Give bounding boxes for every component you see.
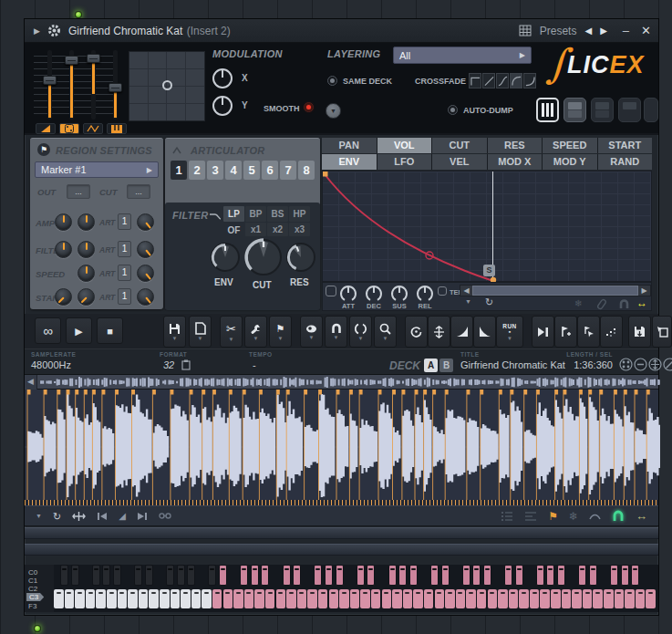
filter-mult-x2[interactable]: x2 — [267, 223, 288, 236]
piano-key[interactable] — [477, 589, 487, 608]
piano-key-black[interactable] — [536, 565, 544, 586]
minimize-icon[interactable]: – — [623, 24, 629, 37]
freeze-icon[interactable]: ❄ — [574, 298, 582, 308]
piano-key-black[interactable] — [325, 565, 333, 586]
xy-pad-handle[interactable] — [162, 80, 172, 90]
piano-key[interactable] — [107, 589, 117, 608]
piano-key[interactable] — [360, 589, 370, 608]
reslice-icon[interactable]: ↻ — [53, 511, 61, 522]
piano-key-black[interactable] — [430, 565, 439, 586]
piano-key[interactable] — [562, 589, 572, 608]
articulator-slot-8[interactable]: 8 — [298, 161, 315, 180]
envelope-reset-icon[interactable]: ↻ — [485, 296, 493, 308]
piano-key[interactable] — [254, 589, 264, 608]
sustain-badge[interactable]: S — [483, 265, 495, 276]
piano-key-black[interactable] — [388, 565, 397, 586]
decay-knob[interactable] — [364, 284, 384, 304]
filter-knob-2[interactable] — [78, 241, 95, 258]
piano-key[interactable] — [498, 589, 508, 608]
play-button[interactable]: ▶ — [66, 317, 92, 344]
piano-key[interactable] — [583, 589, 593, 608]
out-value-box[interactable]: ... — [67, 184, 90, 199]
attack-knob[interactable] — [338, 284, 358, 304]
piano-key[interactable] — [149, 589, 159, 608]
level-lane[interactable] — [25, 544, 658, 556]
run-script-button[interactable]: RUN ▪ ▼ — [496, 316, 523, 348]
piano-key[interactable] — [615, 589, 625, 608]
marker-list-icon[interactable] — [501, 511, 513, 522]
piano-key[interactable] — [118, 589, 128, 608]
piano-key[interactable] — [509, 589, 519, 608]
piano-key[interactable] — [160, 589, 170, 608]
mod-y-knob[interactable] — [211, 94, 234, 118]
gear-icon[interactable] — [47, 24, 61, 37]
piano-key-black[interactable] — [515, 565, 523, 586]
piano-key[interactable] — [540, 589, 550, 608]
snap-tool-button[interactable]: ▼ — [325, 316, 347, 348]
tab-env[interactable]: ENV — [322, 154, 377, 170]
piano-key[interactable] — [392, 589, 402, 608]
piano-key[interactable] — [75, 589, 85, 608]
overview-waveform[interactable] — [25, 375, 660, 390]
marker-tool-button[interactable]: ⚑ ▼ — [269, 316, 292, 348]
select-tool-button[interactable]: ▼ — [349, 316, 372, 348]
piano-key-black[interactable] — [60, 565, 68, 586]
piano-key[interactable] — [297, 589, 307, 608]
piano-key-black[interactable] — [441, 565, 450, 586]
piano-key-black[interactable] — [113, 565, 121, 586]
stop-button[interactable]: ■ — [97, 317, 123, 344]
wave-mode-button[interactable] — [83, 123, 103, 134]
piano-key[interactable] — [593, 589, 603, 608]
deck-a-button[interactable]: A — [424, 359, 438, 372]
piano-key[interactable] — [329, 589, 339, 608]
piano-key[interactable] — [551, 589, 561, 608]
filter-type-bs[interactable]: BS — [267, 206, 288, 222]
same-deck-radio[interactable] — [327, 76, 337, 86]
resonance-knob[interactable] — [284, 241, 317, 274]
filter-mult-x1[interactable]: x1 — [245, 223, 266, 236]
tab-start[interactable]: START — [598, 138, 653, 153]
speed-art-value[interactable]: 1 — [118, 265, 131, 281]
piano-key[interactable] — [519, 589, 529, 608]
piano-key-black[interactable] — [92, 565, 100, 586]
piano-key[interactable] — [307, 589, 317, 608]
articulator-slot-6[interactable]: 6 — [262, 161, 278, 180]
snap-start-icon[interactable] — [97, 512, 108, 521]
piano-key[interactable] — [276, 589, 286, 608]
start-art-value[interactable]: 1 — [118, 288, 131, 305]
preset-next-icon[interactable]: ▶ — [600, 26, 607, 36]
piano-key-black[interactable] — [134, 565, 142, 586]
cutoff-knob[interactable] — [243, 236, 284, 278]
layout-split-button[interactable] — [563, 98, 586, 122]
tab-res[interactable]: RES — [488, 138, 543, 153]
piano-key[interactable] — [128, 589, 138, 608]
piano-key-black[interactable] — [504, 565, 512, 586]
slope-icon[interactable]: ◢ — [119, 511, 126, 522]
deck-options-button[interactable]: ▼ — [326, 103, 341, 119]
crossfade-concave-icon[interactable] — [510, 73, 522, 88]
speed-art-knob[interactable] — [137, 265, 154, 282]
piano-key-black[interactable] — [557, 565, 565, 586]
piano-key-black[interactable] — [483, 565, 491, 586]
piano-key[interactable] — [445, 589, 455, 608]
piano-key-black[interactable] — [336, 565, 344, 586]
slider-1[interactable] — [47, 50, 52, 120]
piano-key[interactable] — [456, 589, 466, 608]
articulator-slot-4[interactable]: 4 — [225, 161, 242, 180]
piano-key[interactable] — [435, 589, 445, 608]
amp-art-value[interactable]: 1 — [118, 213, 131, 230]
piano-key-black[interactable] — [283, 565, 291, 586]
tab-vel[interactable]: VEL — [432, 154, 487, 170]
region-flag-icon[interactable]: ⚑ — [37, 143, 50, 156]
piano-key-black[interactable] — [71, 565, 79, 586]
crossfade-convex-icon[interactable] — [523, 73, 536, 88]
marker-flag-icon[interactable]: ⚑ — [548, 511, 558, 522]
piano-key-black[interactable] — [610, 565, 618, 586]
tab-rand[interactable]: RAND — [598, 154, 653, 170]
start-art-knob[interactable] — [137, 288, 154, 306]
send-to-marker-button[interactable] — [532, 316, 554, 348]
piano-key[interactable] — [139, 589, 149, 608]
tab-speed[interactable]: SPEED — [543, 138, 597, 153]
piano-mode-button[interactable] — [107, 123, 127, 134]
filter-shape-icon[interactable] — [209, 212, 222, 221]
